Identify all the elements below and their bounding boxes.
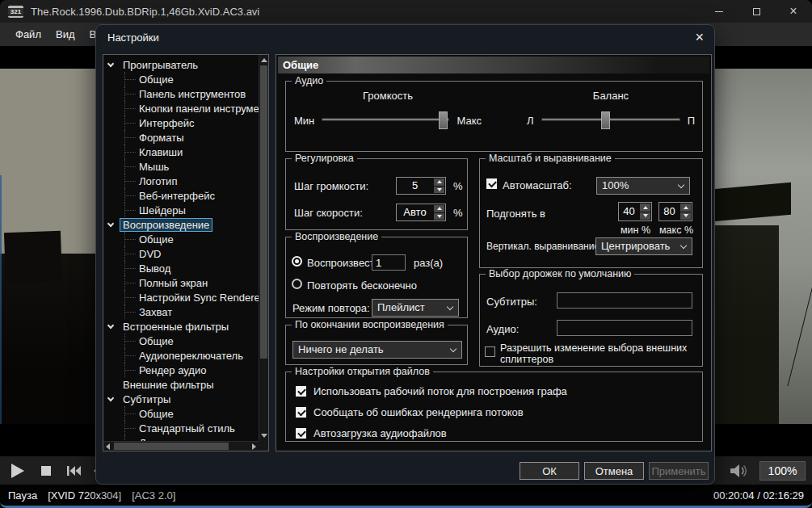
tree-item[interactable]: Рендер аудио [103, 363, 259, 377]
tree-item[interactable]: Общие [103, 334, 259, 348]
chevron-down-icon[interactable] [107, 322, 114, 329]
play-button[interactable] [5, 459, 29, 483]
speed-step-spinner[interactable]: Авто [396, 204, 446, 221]
skip-start-button[interactable] [61, 459, 86, 483]
scroll-down-icon[interactable] [261, 434, 267, 438]
tree-item[interactable]: Аудиопереключатель [103, 348, 259, 363]
tree-item[interactable]: Шейдеры [103, 203, 259, 217]
tree-item-label: Кнопки панели инструментов [139, 103, 259, 115]
menu-item[interactable]: Файл [8, 28, 48, 40]
tree-item[interactable]: Кнопки панели инструментов [103, 101, 259, 115]
horizontal-scroll-thumb[interactable] [114, 443, 229, 450]
file-open-checkbox[interactable] [296, 407, 306, 418]
volume-step-value[interactable]: 5 [397, 178, 433, 194]
tree-item[interactable]: Внешние фильтры [103, 377, 259, 392]
maximize-button[interactable] [738, 0, 775, 23]
vertical-scroll-thumb[interactable] [260, 65, 267, 359]
play-count-input[interactable] [372, 254, 406, 271]
chevron-down-icon[interactable] [107, 395, 114, 401]
apply-button[interactable]: Применить [649, 462, 709, 480]
tree-item[interactable]: Панель инструментов [103, 86, 259, 101]
tree-item[interactable]: Стандартный стиль [103, 421, 259, 435]
allow-external-checkbox[interactable] [485, 346, 495, 357]
after-playback-group: По окончании воспроизведения Ничего не д… [285, 325, 468, 365]
balance-slider-thumb[interactable] [601, 111, 610, 129]
spin-up-button[interactable] [434, 178, 444, 186]
tree-vertical-scrollbar[interactable] [259, 55, 268, 441]
tree-item[interactable]: Клавиши [103, 145, 259, 159]
tree-item[interactable]: Вывод [103, 261, 259, 275]
scroll-up-icon[interactable] [261, 58, 267, 62]
autoscale-checkbox[interactable] [486, 178, 497, 189]
volume-level-box[interactable]: 100% [759, 461, 806, 481]
mute-button[interactable] [727, 462, 750, 480]
tree-item[interactable]: Захват [103, 304, 259, 319]
repeat-mode-select[interactable]: Плейлист [372, 299, 459, 317]
titlebar: 321 The.Rock.1996.Dub.BDRip.1,46Gb.XviD.… [0, 0, 812, 23]
tree-item[interactable]: Дополнительно [103, 435, 259, 441]
tree-item[interactable]: Веб-интерфейс [103, 188, 259, 203]
stop-button[interactable] [34, 459, 58, 483]
chevron-down-icon[interactable] [107, 220, 114, 227]
fit-max-unit: макс % [659, 225, 693, 236]
valign-select[interactable]: Центрировать [595, 237, 692, 255]
tree-item-selected[interactable]: Воспроизведение [103, 217, 259, 232]
tree-item[interactable]: Проигрыватель [103, 57, 259, 72]
tree-item[interactable]: Настройки Sync Renderer [103, 290, 259, 304]
tree-item-label: Общие [139, 73, 174, 86]
speed-step-value[interactable]: Авто [397, 204, 433, 220]
fit-max-value[interactable]: 80 [659, 203, 679, 220]
spin-up-button[interactable] [434, 205, 444, 212]
tree-item[interactable]: Субтитры [103, 392, 259, 406]
spin-down-button[interactable] [680, 212, 691, 220]
tree-item[interactable]: Полный экран [103, 275, 259, 290]
balance-slider[interactable] [541, 111, 680, 129]
valign-value: Центрировать [601, 240, 670, 252]
cancel-button[interactable]: Отмена [584, 462, 644, 480]
spin-down-button[interactable] [434, 187, 444, 194]
fit-min-spinner[interactable]: 40 [618, 202, 652, 221]
tree-item[interactable]: Общие [103, 232, 259, 246]
fit-max-spinner[interactable]: 80 [658, 202, 692, 221]
dialog-close-button[interactable]: × [695, 30, 704, 44]
after-playback-select[interactable]: Ничего не делать [292, 341, 462, 359]
close-button[interactable]: × [775, 0, 812, 23]
tree-item[interactable]: Форматы [103, 130, 259, 145]
balance-slider-track[interactable] [541, 118, 680, 121]
tree-item[interactable]: Встроенные фильтры [103, 319, 259, 334]
tree-item[interactable]: Общие [103, 406, 259, 421]
spin-up-button[interactable] [680, 204, 691, 212]
spin-down-button[interactable] [434, 213, 444, 220]
scroll-right-icon[interactable] [252, 443, 256, 450]
tree-item[interactable]: Логотип [103, 174, 259, 188]
window-title: The.Rock.1996.Dub.BDRip.1,46Gb.XviD.AC3.… [31, 6, 259, 18]
audio-tracks-input[interactable] [557, 320, 692, 336]
ok-button[interactable]: ОК [520, 462, 579, 480]
subtitles-input[interactable] [557, 292, 692, 309]
chevron-down-icon[interactable] [107, 61, 114, 67]
play-count-radio[interactable] [292, 256, 302, 267]
volume-step-spinner[interactable]: 5 [396, 177, 446, 195]
file-open-checkbox[interactable] [296, 386, 306, 397]
tree-horizontal-scrollbar[interactable] [103, 441, 259, 451]
tree-item[interactable]: Интерфейс [103, 115, 259, 130]
tree-item-label: Форматы [139, 132, 184, 144]
file-open-option-label: Использовать рабочий поток для построени… [313, 385, 567, 397]
scroll-left-icon[interactable] [106, 443, 110, 450]
menu-item[interactable]: Вид [48, 28, 82, 40]
volume-slider-thumb[interactable] [439, 111, 448, 129]
minimize-button[interactable] [701, 0, 738, 23]
volume-slider[interactable] [322, 111, 449, 129]
tree-item-label: Общие [139, 233, 174, 246]
autoscale-select[interactable]: 100% [596, 177, 690, 195]
file-open-checkbox[interactable] [296, 428, 306, 439]
dialog-titlebar[interactable]: Настройки × [96, 25, 714, 49]
spin-up-button[interactable] [640, 204, 650, 212]
tree-item[interactable]: Мышь [103, 159, 259, 174]
repeat-forever-radio[interactable] [292, 279, 302, 289]
spin-down-button[interactable] [640, 212, 650, 220]
fit-min-value[interactable]: 40 [619, 203, 639, 220]
volume-slider-track[interactable] [322, 118, 449, 121]
tree-item[interactable]: DVD [103, 246, 259, 261]
tree-item[interactable]: Общие [103, 72, 259, 86]
